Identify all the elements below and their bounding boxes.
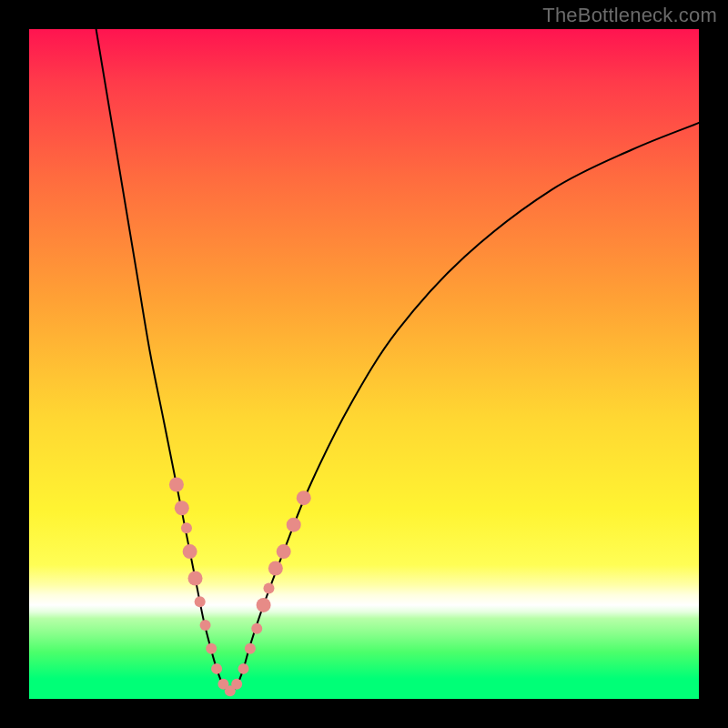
curve-marker [287,518,301,532]
curve-marker [195,596,206,607]
plot-area [29,29,699,699]
curve-marker [206,643,217,654]
curve-marker [257,598,271,612]
curve-marker [245,643,256,654]
curve-marker [277,544,291,559]
curve-markers [169,477,311,696]
curve-marker [175,500,189,515]
chart-frame: TheBottleneck.com [0,0,728,728]
curve-marker [169,477,184,491]
curve-marker [200,620,211,631]
curve-marker [268,561,283,575]
curve-marker [263,583,274,594]
curve-layer [29,29,699,699]
curve-marker [181,522,192,533]
curve-marker [297,490,311,505]
curve-marker [238,663,249,674]
curve-marker [231,679,242,690]
curve-marker [183,544,197,559]
curve-marker [251,623,262,634]
watermark-text: TheBottleneck.com [542,4,717,27]
bottleneck-curve [96,29,699,693]
curve-marker [211,663,222,674]
curve-marker [188,571,203,586]
